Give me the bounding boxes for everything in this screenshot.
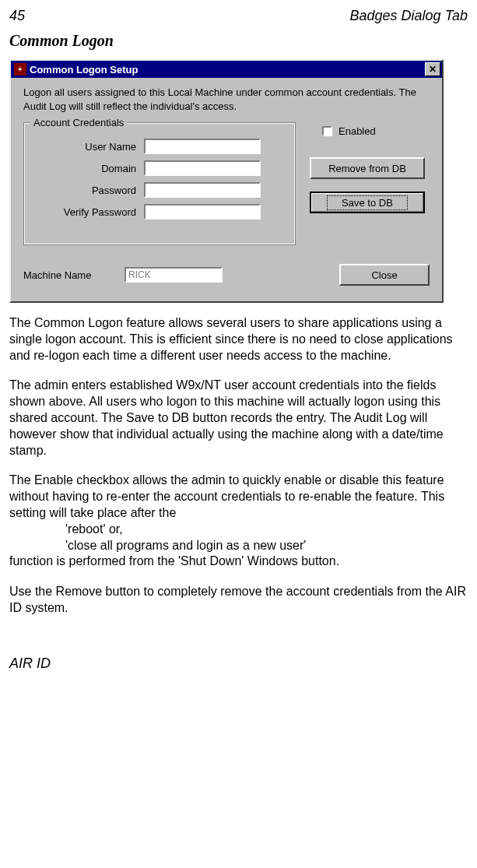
enabled-label: Enabled xyxy=(338,125,376,137)
paragraph-3d: function is performed from the 'Shut Dow… xyxy=(9,553,468,570)
paragraph-3a: The Enable checkbox allows the admin to … xyxy=(9,473,468,521)
remove-from-db-button[interactable]: Remove from DB xyxy=(310,157,425,179)
save-button-label: Save to DB xyxy=(327,195,408,210)
verify-password-input[interactable] xyxy=(144,204,261,220)
username-input[interactable] xyxy=(144,139,261,154)
username-label: User Name xyxy=(35,141,144,153)
close-button[interactable]: Close xyxy=(339,264,430,286)
paragraph-4: Use the Remove button to completely remo… xyxy=(9,584,468,617)
app-icon: ✶ xyxy=(14,63,26,76)
domain-label: Domain xyxy=(35,163,144,174)
footer: AIR ID xyxy=(9,655,468,672)
domain-input[interactable] xyxy=(144,160,261,176)
account-credentials-fieldset: Account Credentials User Name Domain Pas… xyxy=(23,122,296,245)
section-title: Common Logon xyxy=(9,32,468,50)
machine-name-label: Machine Name xyxy=(23,269,125,281)
verify-password-label: Verify Password xyxy=(35,206,144,218)
machine-name-input: RICK xyxy=(125,267,223,283)
common-logon-dialog: ✶ Common Logon Setup ✕ Logon all users a… xyxy=(9,59,444,303)
paragraph-3c: 'close all programs and login as a new u… xyxy=(9,538,468,554)
paragraph-2: The admin enters established W9x/NT user… xyxy=(9,378,468,459)
close-icon[interactable]: ✕ xyxy=(425,62,440,76)
paragraph-3b: 'reboot' or, xyxy=(9,522,468,538)
password-input[interactable] xyxy=(144,182,261,198)
fieldset-legend: Account Credentials xyxy=(30,117,127,128)
save-to-db-button[interactable]: Save to DB xyxy=(310,192,425,213)
password-label: Password xyxy=(35,184,144,196)
titlebar: ✶ Common Logon Setup ✕ xyxy=(11,61,442,78)
page-number: 45 xyxy=(9,8,25,24)
dialog-title: Common Logon Setup xyxy=(30,64,425,76)
remove-button-label: Remove from DB xyxy=(328,163,406,174)
dialog-description: Logon all users assigned to this Local M… xyxy=(11,78,442,122)
close-button-label: Close xyxy=(371,269,397,281)
paragraph-1: The Common Logon feature allows several … xyxy=(9,315,468,364)
page-header: Badges Dialog Tab xyxy=(350,8,468,24)
enabled-checkbox[interactable] xyxy=(322,126,332,136)
